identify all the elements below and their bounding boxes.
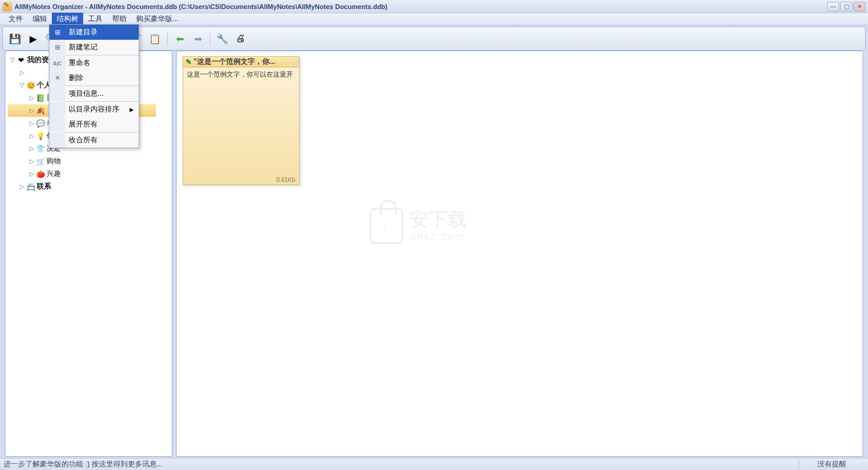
tree-toggle-icon[interactable]: ▽ [19, 82, 26, 89]
tree-toggle-icon[interactable]: ▷ [28, 95, 36, 101]
page-fold-icon [289, 57, 299, 66]
ctx-以目录内容排序[interactable]: 以目录内容排序▶ [49, 102, 139, 117]
ctx-label: 新建笔记 [65, 42, 139, 52]
note-title: ✎ "这是一个范例文字，你... [183, 57, 299, 67]
note-new-icon: ⊞ [49, 40, 65, 55]
back-button[interactable]: ⬅ [171, 30, 188, 47]
ctx-收合所有[interactable]: 收合所有 [49, 133, 139, 148]
tree-item-icon: 📗 [36, 94, 45, 102]
tree-item-icon: 🍂 [36, 107, 45, 115]
bag-icon [370, 208, 403, 244]
tree-toggle-icon[interactable]: ▷ [28, 145, 36, 152]
note-size: 0.61Kb [276, 177, 295, 183]
blank-icon [49, 133, 65, 148]
menu-编辑[interactable]: 编辑 [28, 13, 52, 25]
statusbar: 进一步了解豪华版的功能 :) 按这里得到更多讯息... 没有提醒 [0, 458, 868, 470]
tree-item-icon: 😊 [26, 81, 36, 90]
status-left[interactable]: 进一步了解豪华版的功能 :) 按这里得到更多讯息... [4, 459, 163, 469]
watermark: 安下载 anxz.com [370, 208, 467, 244]
tree-item-icon: 🍅 [36, 170, 45, 178]
close-button[interactable]: ✕ [854, 2, 866, 11]
titlebar: AllMyNotes Organizer - AllMyNotes Docume… [0, 0, 868, 13]
blank-icon [49, 86, 65, 101]
forward-button[interactable]: ➡ [189, 30, 206, 47]
menu-文件[interactable]: 文件 [4, 13, 28, 25]
tree-item-icon: 💡 [36, 132, 45, 140]
tree-item-icon: 📇 [26, 183, 36, 191]
status-right: 没有提醒 [799, 459, 864, 469]
ctx-新建笔记[interactable]: ⊞新建笔记 [49, 40, 139, 55]
note-title-text: "这是一个范例文字，你... [193, 57, 275, 67]
tree-label: 联系 [37, 181, 51, 192]
ctx-展开所有[interactable]: 展开所有 [49, 117, 139, 132]
maximize-button[interactable]: ▢ [840, 2, 852, 11]
menubar: 文件编辑结构树工具帮助购买豪华版... [0, 13, 868, 25]
ctx-label: 项目信息... [65, 89, 139, 99]
ctx-项目信息...[interactable]: 项目信息... [49, 86, 139, 101]
menu-结构树[interactable]: 结构树 [52, 13, 83, 25]
tree-label: 兴趣 [46, 169, 61, 179]
content-panel[interactable]: ✎ "这是一个范例文字，你... 这是一个范例文字，你可以在这里开 0.61Kb… [176, 51, 863, 457]
ctx-新建目录[interactable]: ⊞新建目录 [49, 25, 139, 40]
menu-购买豪华版...[interactable]: 购买豪华版... [131, 13, 183, 25]
tree-node-联系[interactable]: ▷📇联系 [8, 180, 169, 193]
menu-工具[interactable]: 工具 [83, 13, 107, 25]
menu-帮助[interactable]: 帮助 [107, 13, 131, 25]
blank-icon [49, 117, 65, 132]
tree-item-icon: ❤ [16, 56, 26, 64]
ctx-label: 删除 [65, 73, 139, 83]
window-title: AllMyNotes Organizer - AllMyNotes Docume… [14, 3, 826, 10]
tree-node-购物[interactable]: ▷🛒购物 [8, 155, 169, 168]
app-icon [2, 2, 12, 11]
toolbar-separator [210, 31, 210, 46]
folder-new-icon: ⊞ [49, 25, 65, 40]
tree-toggle-icon[interactable]: ▷ [28, 171, 36, 177]
note-body: 这是一个范例文字，你可以在这里开 [183, 67, 299, 81]
tree-toggle-icon[interactable]: ▷ [19, 69, 26, 76]
ctx-重命名[interactable]: aꞁc重命名 [49, 55, 139, 70]
ctx-label: 重命名 [65, 58, 139, 68]
ctx-label: 收合所有 [65, 135, 139, 145]
ctx-label: 展开所有 [65, 119, 139, 130]
save-button[interactable]: 💾 [7, 30, 24, 47]
blank-icon [49, 102, 65, 117]
tree-label: 我的资 [27, 55, 49, 65]
watermark-sub: anxz.com [409, 230, 467, 243]
toolbar-separator [167, 31, 168, 46]
tree-node-兴趣[interactable]: ▷🍅兴趣 [8, 168, 169, 180]
minimize-button[interactable]: — [827, 2, 839, 11]
tree-item-icon: 👕 [36, 145, 45, 153]
ctx-label: 新建目录 [65, 27, 139, 37]
tree-item-icon: 💬 [36, 119, 45, 128]
tree-toggle-icon[interactable]: ▷ [19, 183, 26, 190]
ctx-label: 以目录内容排序 [65, 104, 130, 114]
submenu-arrow-icon: ▶ [130, 107, 139, 113]
pencil-icon: ✎ [186, 58, 192, 66]
rename-icon: aꞁc [49, 55, 65, 70]
tree-toggle-icon[interactable]: ▷ [28, 158, 36, 164]
tree-item-icon: 🛒 [36, 157, 45, 166]
print-button[interactable]: 🖨 [232, 30, 249, 47]
open-button[interactable]: ▶ [25, 30, 42, 47]
delete-icon: ✕ [49, 70, 65, 86]
tree-toggle-icon[interactable]: ▷ [28, 120, 36, 127]
tree-toggle-icon[interactable]: ▽ [9, 57, 16, 63]
note-card[interactable]: ✎ "这是一个范例文字，你... 这是一个范例文字，你可以在这里开 0.61Kb [183, 56, 300, 185]
ctx-删除[interactable]: ✕删除 [49, 70, 139, 86]
context-menu: ⊞新建目录⊞新建笔记aꞁc重命名✕删除项目信息...以目录内容排序▶展开所有收合… [49, 24, 139, 148]
watermark-main: 安下载 [409, 210, 467, 229]
tree-toggle-icon[interactable]: ▷ [28, 107, 36, 114]
settings-button[interactable]: 🔧 [214, 30, 231, 47]
tree-toggle-icon[interactable]: ▷ [28, 133, 36, 139]
tree-label: 购物 [46, 156, 61, 166]
paste-button[interactable]: 📋 [146, 30, 163, 47]
